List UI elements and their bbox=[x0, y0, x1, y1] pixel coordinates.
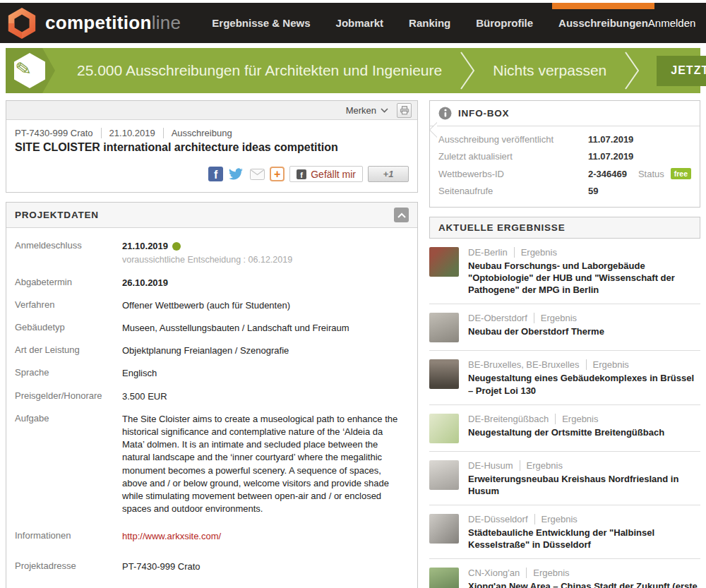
result-thumbnail bbox=[429, 359, 459, 389]
nav-item-bueroprofile[interactable]: Büroprofile bbox=[476, 3, 533, 43]
status-badge: free bbox=[671, 168, 691, 179]
field-gebaeudetyp: Gebäudetyp Museen, Ausstellungsbauten / … bbox=[15, 322, 409, 335]
twitter-share-icon[interactable] bbox=[228, 167, 245, 181]
result-list-item[interactable]: DE-DüsseldorfErgebnis Städtebauliche Ent… bbox=[429, 505, 700, 559]
field-anmeldeschluss: Anmeldeschluss 21.10.2019 voraussichtlic… bbox=[15, 240, 409, 267]
chevron-up-icon bbox=[397, 212, 406, 218]
nav-item-ranking[interactable]: Ranking bbox=[409, 3, 450, 43]
breadcrumb-date: 21.10.2019 bbox=[101, 128, 163, 138]
field-abgabetermin: Abgabetermin 26.10.2019 bbox=[15, 277, 409, 289]
banner-pencil-icon: ✎ bbox=[6, 48, 59, 93]
tender-header-card: Merken PT-7430-999 Crato 21.10.2019 Auss… bbox=[6, 100, 418, 193]
banner-text-main: 25.000 Ausschreibungen für Architekten u… bbox=[59, 62, 460, 79]
result-tag: Ergebnis bbox=[534, 313, 577, 323]
promo-banner[interactable]: ✎ 25.000 Ausschreibungen für Architekten… bbox=[6, 48, 700, 93]
result-tag: Ergebnis bbox=[520, 460, 563, 471]
printer-icon bbox=[400, 106, 409, 115]
result-tag: Ergebnis bbox=[514, 247, 557, 258]
deadline-status-dot bbox=[172, 242, 181, 251]
facebook-like-button[interactable]: f Gefällt mir bbox=[289, 166, 363, 182]
expected-decision: voraussichtliche Entscheidung : 06.12.20… bbox=[122, 254, 399, 267]
result-location: DE-Oberstdorf bbox=[468, 313, 527, 323]
info-box-title: INFO-BOX bbox=[458, 108, 509, 119]
result-location: DE-Breitengüßbach bbox=[468, 414, 549, 424]
deadline-date: 21.10.2019 bbox=[122, 241, 168, 251]
info-row-updated: Zuletzt aktualisiert 11.07.2019 bbox=[438, 151, 691, 162]
field-informationen: Informationen http://www.arkxsite.com/ bbox=[15, 530, 409, 543]
project-website-link[interactable]: http://www.arkxsite.com/ bbox=[122, 531, 221, 541]
field-sprache: Sprache Englisch bbox=[15, 367, 409, 380]
result-thumbnail bbox=[429, 568, 459, 588]
top-navigation-bar: competitionline Ergebnisse & News Jobmar… bbox=[0, 3, 706, 43]
field-projektadresse: Projektadresse PT-7430-999 Crato bbox=[15, 560, 409, 573]
facebook-share-icon[interactable]: f bbox=[208, 167, 223, 181]
info-icon bbox=[438, 107, 452, 120]
result-thumbnail bbox=[429, 313, 459, 342]
login-link[interactable]: Anmelden bbox=[648, 17, 696, 29]
projektdaten-title: PROJEKTDATEN bbox=[15, 210, 99, 220]
result-location: DE-Düsseldorf bbox=[468, 514, 528, 524]
result-thumbnail bbox=[429, 247, 459, 277]
results-list: DE-BerlinErgebnis Neubau Forschungs- und… bbox=[429, 239, 700, 588]
google-plusone-button[interactable]: +1 bbox=[368, 166, 409, 182]
result-tag: Ergebnis bbox=[586, 359, 629, 370]
field-aufgabe: Aufgabe The Site Cloister aims to create… bbox=[15, 413, 409, 516]
result-title[interactable]: Neugestaltung eines Gebäudekomplexes in … bbox=[468, 372, 700, 396]
info-row-published: Ausschreibung veröffentlicht 11.07.2019 bbox=[438, 134, 691, 145]
jetzt-testen-button[interactable]: JETZT TESTEN❯ bbox=[657, 56, 706, 86]
email-share-icon[interactable] bbox=[250, 169, 265, 180]
result-title[interactable]: Neugestaltung der Ortsmitte Breitengüßba… bbox=[468, 426, 664, 438]
status-label: Status bbox=[638, 169, 664, 179]
result-tag: Ergebnis bbox=[555, 414, 598, 424]
social-share-row: f + f Gefällt mir +1 bbox=[15, 166, 409, 182]
nav-item-ausschreibungen[interactable]: Ausschreibungen bbox=[558, 3, 648, 43]
competitionline-logo[interactable]: competitionline bbox=[6, 7, 181, 40]
field-verfahren: Verfahren Offener Wettbewerb (auch für S… bbox=[15, 299, 409, 312]
brand-name: competitionline bbox=[45, 12, 181, 34]
tender-toolbar: Merken bbox=[6, 101, 417, 120]
result-location: BE-Bruxelles, BE-Bruxelles bbox=[468, 359, 580, 370]
result-title[interactable]: Neubau der Oberstdorf Therme bbox=[468, 325, 604, 337]
aktuelle-ergebnisse-title: AKTUELLE ERGEBNISSE bbox=[438, 222, 565, 233]
chevron-separator-icon bbox=[624, 52, 640, 90]
result-list-item[interactable]: DE-HusumErgebnis Erweiterungsneubau Krei… bbox=[429, 452, 700, 505]
result-title[interactable]: Erweiterungsneubau Kreishaus Nordfriesla… bbox=[468, 473, 700, 497]
result-title[interactable]: Xiong'an New Area – Chinas Stadt der Zuk… bbox=[468, 580, 700, 588]
field-preisgelder: Preisgelder/Honorare 3.500 EUR bbox=[15, 390, 409, 403]
nav-item-jobmarkt[interactable]: Jobmarkt bbox=[336, 3, 384, 43]
result-title[interactable]: Neubau Forschungs- und Laborgebäude "Opt… bbox=[468, 260, 700, 296]
logo-hexagon-icon bbox=[6, 7, 38, 40]
merken-dropdown[interactable]: Merken bbox=[346, 105, 388, 116]
info-row-pageviews: Seitenaufrufe 59 bbox=[438, 186, 691, 196]
share-more-icon[interactable]: + bbox=[270, 167, 285, 181]
chevron-separator-icon bbox=[460, 52, 475, 90]
result-tag: Ergebnis bbox=[526, 568, 569, 578]
result-list-item[interactable]: DE-BerlinErgebnis Neubau Forschungs- und… bbox=[429, 239, 700, 304]
breadcrumb-project-id: PT-7430-999 Crato bbox=[15, 128, 101, 138]
info-box: INFO-BOX Ausschreibung veröffentlicht 11… bbox=[429, 100, 700, 208]
projektdaten-card: PROJEKTDATEN Anmeldeschluss 21.10.2019 v… bbox=[6, 202, 418, 588]
page-title: SITE CLOISTER international architecture… bbox=[15, 141, 409, 154]
breadcrumb-type: Ausschreibung bbox=[163, 128, 240, 138]
result-thumbnail bbox=[429, 414, 459, 443]
result-list-item[interactable]: CN-Xiong'anErgebnis Xiong'an New Area – … bbox=[429, 559, 700, 588]
task-description: The Site Cloister aims to create a museo… bbox=[122, 413, 399, 516]
result-list-item[interactable]: DE-OberstdorfErgebnis Neubau der Oberstd… bbox=[429, 304, 700, 351]
info-row-competition-id: Wettbewerbs-ID 2-346469 Status free bbox=[438, 168, 691, 179]
result-list-item[interactable]: BE-Bruxelles, BE-BruxellesErgebnis Neuge… bbox=[429, 351, 700, 404]
result-location: DE-Husum bbox=[468, 460, 513, 471]
result-thumbnail bbox=[429, 514, 459, 544]
collapse-button[interactable] bbox=[394, 208, 409, 222]
breadcrumb: PT-7430-999 Crato 21.10.2019 Ausschreibu… bbox=[15, 128, 409, 138]
aktuelle-ergebnisse-header: AKTUELLE ERGEBNISSE bbox=[429, 217, 700, 239]
chevron-down-icon bbox=[381, 108, 388, 113]
result-list-item[interactable]: DE-BreitengüßbachErgebnis Neugestaltung … bbox=[429, 405, 700, 452]
result-tag: Ergebnis bbox=[534, 514, 578, 524]
main-nav: Ergebnisse & News Jobmarkt Ranking Bürop… bbox=[212, 3, 647, 43]
field-art-der-leistung: Art der Leistung Objektplanung Freianlag… bbox=[15, 344, 409, 357]
result-thumbnail bbox=[429, 460, 459, 490]
print-button[interactable] bbox=[397, 103, 412, 118]
facebook-icon: f bbox=[297, 169, 306, 179]
nav-item-ergebnisse-news[interactable]: Ergebnisse & News bbox=[212, 3, 310, 43]
result-title[interactable]: Städtebauliche Entwicklung der "Halbinse… bbox=[468, 527, 700, 551]
